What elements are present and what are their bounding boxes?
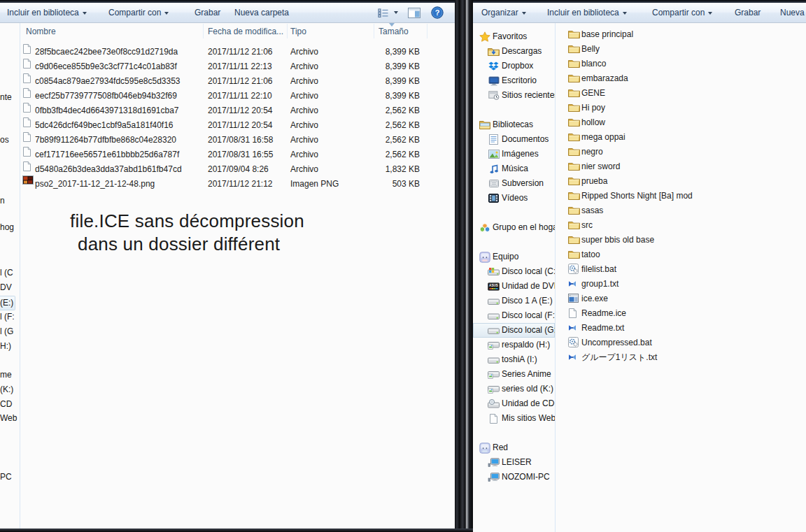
folder-row[interactable]: blanco (568, 57, 806, 71)
desktop-screenshot: Incluir en bibliotecaCompartir conGrabar… (0, 0, 806, 532)
file-name: c0854ac879ae27934fdc595e8c5d3353 (35, 74, 181, 89)
sidebar-item-toshia-i[interactable]: toshiA (I:) (473, 352, 555, 367)
file-row[interactable]: d5480a26b3dea3dda37abd1b61fb47cd2017/09/… (0, 162, 455, 177)
sidebar-item-im-genes[interactable]: Imágenes (473, 147, 555, 161)
sidebar-section-bibliotecas[interactable]: Bibliotecas (473, 117, 555, 132)
nav-item-fragment[interactable]: l (G (0, 325, 13, 338)
page-icon (568, 308, 581, 319)
folder-row[interactable]: sasas (568, 203, 806, 218)
nav-item-fragment[interactable]: me (0, 368, 12, 382)
folder-row[interactable]: embarazada (568, 71, 806, 86)
column-header-fecha-de-modifica[interactable]: Fecha de modifica... (208, 24, 283, 39)
sidebar-item-series-anime[interactable]: Series Anime (473, 367, 555, 382)
sidebar-item-unidad-de-dvd[interactable]: ASUSUnidad de DVD (473, 279, 555, 294)
file-row[interactable]: c9d06ece855b9e3c3cf771c4c01ab83f2017/11/… (0, 59, 455, 74)
sidebar-section-equipo[interactable]: Equipo (473, 250, 555, 264)
sidebar-item-label: toshiA (I:) (502, 352, 537, 367)
sidebar-item-label: Sitios recientes (502, 88, 555, 103)
sidebar-item-disco-1-a-e[interactable]: Disco 1 A (E:) (473, 294, 555, 308)
sidebar-item-disco-local-g[interactable]: Disco local (G:) (473, 323, 555, 338)
folder-row[interactable]: src (568, 218, 806, 233)
nav-section-gap (473, 235, 555, 250)
sidebar-item-dropbox[interactable]: Dropbox (473, 59, 555, 73)
sidebar-item-escritorio[interactable]: Escritorio (473, 73, 555, 88)
sidebar-section-red[interactable]: Red (473, 440, 555, 455)
folder-row[interactable]: base principal (568, 27, 806, 42)
column-header-nombre[interactable]: Nombre (26, 24, 56, 39)
nav-item-fragment[interactable]: l (C (0, 266, 13, 280)
drive-asus-icon: ASUS (488, 282, 500, 291)
file-row[interactable]: Readme.ice (568, 306, 806, 321)
recent-icon (488, 91, 500, 100)
nav-item-fragment[interactable]: DV (0, 281, 12, 294)
file-row[interactable]: cef171716ee56571e61bbbb25d6a787f2017/08/… (0, 148, 455, 162)
folder-row[interactable]: Belly (568, 42, 806, 57)
file-row[interactable]: group1.txt (568, 277, 806, 292)
folder-row[interactable]: prueba (568, 174, 806, 189)
sidebar-item-subversion[interactable]: Subversion (473, 176, 555, 191)
toolbar-button-incluir-en-biblioteca[interactable]: Incluir en biblioteca (547, 3, 627, 22)
nav-item-fragment[interactable]: Web (0, 412, 17, 425)
toolbar-button-grabar[interactable]: Grabar (735, 3, 761, 22)
preview-pane-icon[interactable] (408, 6, 420, 20)
nav-item-fragment[interactable]: hog (0, 221, 14, 234)
sidebar-section-grupo-en-el-hogar[interactable]: Grupo en el hogar (473, 220, 555, 235)
folder-row[interactable]: negro (568, 145, 806, 159)
file-type: Archivo (290, 103, 318, 118)
help-icon[interactable]: ? (431, 6, 444, 20)
toolbar-button-incluir-en-biblioteca[interactable]: Incluir en biblioteca (7, 3, 87, 22)
toolbar-button-organizar[interactable]: Organizar (481, 3, 526, 22)
views-list-icon[interactable] (378, 6, 398, 20)
nav-item-fragment[interactable]: H:) (0, 340, 11, 353)
toolbar-button-nueva-carpeta[interactable]: Nueva carpeta (780, 3, 806, 22)
sidebar-item-descargas[interactable]: Descargas (473, 44, 555, 59)
toolbar-button-compartir-con[interactable]: Compartir con (652, 3, 712, 22)
nav-item-fragment[interactable]: (E:) (0, 296, 15, 310)
sidebar-item-respaldo-h[interactable]: respaldo (H:) (473, 338, 555, 352)
folder-row[interactable]: tatoo (568, 247, 806, 262)
nav-item-fragment[interactable]: n (0, 194, 5, 208)
toolbar-button-compartir-con[interactable]: Compartir con (108, 3, 169, 22)
nav-item-fragment[interactable]: PC (0, 470, 12, 484)
file-row[interactable]: グループ1リスト.txt (568, 350, 806, 365)
file-row[interactable]: filelist.bat (568, 262, 806, 277)
file-date: 2017/11/12 21:06 (208, 74, 273, 89)
sidebar-item-sitios-recientes[interactable]: Sitios recientes (473, 88, 555, 103)
folder-row[interactable]: Ripped Shorts Night [Ba] mod (568, 189, 806, 203)
file-row[interactable]: 5dc426dcf649bec1cbf9a5a181f40f162017/11/… (0, 118, 455, 133)
nav-item-fragment[interactable]: CD (0, 398, 12, 411)
nav-item-fragment[interactable]: l (F: (0, 310, 15, 324)
file-row[interactable]: 0fbb3fb4dec4d6643971318d1691cba72017/11/… (0, 103, 455, 118)
folder-row[interactable]: mega oppai (568, 130, 806, 145)
folder-row[interactable]: super bbis old base (568, 233, 806, 247)
sidebar-item-disco-local-f[interactable]: Disco local (F:) (473, 308, 555, 323)
sidebar-item-v-deos[interactable]: Vídeos (473, 191, 555, 206)
sidebar-item-disco-local-c[interactable]: Disco local (C:) (473, 264, 555, 279)
toolbar-button-grabar[interactable]: Grabar (195, 3, 220, 22)
file-row[interactable]: 7b89f911264b77dfbfbe868c04e283202017/08/… (0, 133, 455, 148)
sidebar-item-nozomi-pc[interactable]: NOZOMI-PC (473, 470, 555, 484)
folder-row[interactable]: hollow (568, 115, 806, 130)
toolbar-button-nueva-carpeta[interactable]: Nueva carpeta (234, 3, 289, 22)
sidebar-item-unidad-de-cd[interactable]: Unidad de CD (473, 396, 555, 411)
sidebar-item-mis-sitios-web[interactable]: Mis sitios Web (473, 411, 555, 426)
folder-row[interactable]: GENE (568, 86, 806, 101)
file-row[interactable]: Readme.txt (568, 321, 806, 336)
sidebar-item-m-sica[interactable]: Música (473, 161, 555, 176)
column-header-tipo[interactable]: Tipo (290, 24, 306, 39)
file-row[interactable]: pso2_2017-11-12_21-12-48.png2017/11/12 2… (0, 177, 455, 192)
subversion-icon (488, 179, 500, 188)
file-row[interactable]: Uncompressed.bat (568, 336, 806, 350)
sidebar-item-documentos[interactable]: Documentos (473, 132, 555, 147)
file-row[interactable]: ice.exe (568, 292, 806, 306)
sidebar-item-leiser[interactable]: LEISER (473, 455, 555, 470)
file-row[interactable]: eecf25b7739777508fb046eb94b32f692017/11/… (0, 89, 455, 103)
command-toolbar: OrganizarIncluir en bibliotecaCompartir … (473, 3, 806, 23)
nav-item-fragment[interactable]: (K:) (0, 383, 13, 396)
file-row[interactable]: c0854ac879ae27934fdc595e8c5d33532017/11/… (0, 74, 455, 89)
file-row[interactable]: 28f5bcaec242bee73e0f8cc91d2719da2017/11/… (0, 45, 455, 59)
sidebar-section-favoritos[interactable]: Favoritos (473, 29, 555, 44)
sidebar-item-series-old-k[interactable]: series old (K:) (473, 382, 555, 396)
folder-row[interactable]: Hi poy (568, 101, 806, 115)
folder-row[interactable]: nier sword (568, 159, 806, 174)
